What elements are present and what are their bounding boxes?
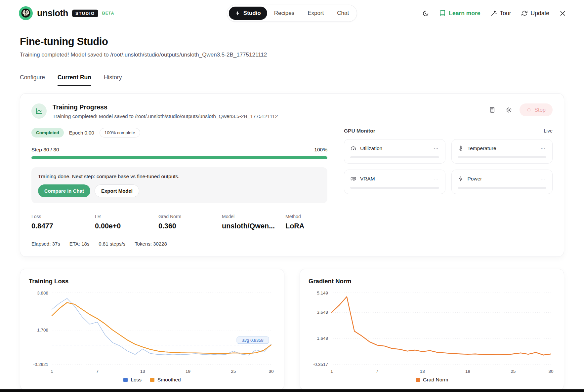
gpu-card-utilization: Utilization -- [344,139,445,164]
training-loss-legend: Loss Smoothed [29,377,275,385]
percent-label: 100% [314,147,327,153]
settings-button[interactable] [503,104,514,116]
training-loss-chart: 3.8881.708-0.29211713192530avg 0.8358 [29,288,275,376]
legend-smoothed: Smoothed [150,377,181,383]
step-label: Step 30 / 30 [31,147,59,153]
gradient-norm-legend: Grad Norm [309,377,555,385]
gpu-temperature-bar [458,156,547,158]
tab-bar: Configure Current Run History [20,74,564,86]
main-content: Fine-tuning Studio Training completed! M… [0,36,584,390]
nav-chat[interactable]: Chat [331,7,355,20]
logo: unsloth STUDIO BETA [19,6,114,20]
svg-text:-0.3517: -0.3517 [313,362,328,367]
svg-text:1: 1 [51,369,53,374]
learn-more-button[interactable]: Learn more [439,10,480,17]
stat-label: Loss [31,214,95,219]
gradient-norm-chart: 5.1493.6481.648-0.35171713192530 [309,288,555,376]
book-icon [439,10,446,17]
stop-button[interactable]: Stop [520,103,553,116]
update-button[interactable]: Update [521,10,549,17]
training-progress-left: Completed Epoch 0.00 100% complete Step … [31,128,327,247]
memory-icon [350,176,356,182]
training-progress-card: Training Progress Training completed! Mo… [20,93,564,257]
stat-loss: Loss 0.8477 [31,214,95,230]
svg-text:5.149: 5.149 [317,291,328,295]
gpu-card-vram: VRAM -- [344,170,445,194]
stat-label: Grad Norm [158,214,222,219]
gpu-utilization-label: Utilization [360,145,382,151]
gpu-grid: Utilization -- [344,139,553,194]
loss-swatch [123,378,128,382]
gear-icon [505,106,512,113]
svg-text:3.648: 3.648 [317,310,328,315]
nav-recipes[interactable]: Recipes [268,7,301,20]
gpu-monitor: GPU Monitor Live Utilization [344,128,553,247]
line-chart-icon [35,107,43,115]
page-subtitle: Training completed! Model saved to /root… [20,52,564,58]
training-loss-title: Training Loss [29,278,275,285]
legend-grad-norm: Grad Norm [416,377,448,383]
svg-text:19: 19 [465,369,470,374]
gpu-card-power: Power -- [451,170,553,194]
svg-text:25: 25 [231,369,236,374]
svg-text:avg 0.8358: avg 0.8358 [242,338,263,343]
svg-text:19: 19 [186,369,190,374]
stat-value: unsloth/Qwen... [222,222,285,230]
gpu-temperature-label: Temperature [468,145,496,151]
svg-text:30: 30 [548,369,553,374]
thermometer-icon [458,145,464,151]
bottom-bar [0,389,584,392]
stats-row: Loss 0.8477 LR 0.00e+0 Grad Norm 0.360 [31,214,327,230]
charts-row: Training Loss 3.8881.708-0.2921171319253… [20,269,564,390]
nav-export[interactable]: Export [301,7,330,20]
progress-bar [31,156,327,159]
stat-grad-norm: Grad Norm 0.360 [158,214,222,230]
legend-loss: Loss [123,377,142,383]
gpu-vram-label: VRAM [360,176,375,182]
nav-studio-label: Studio [243,10,261,17]
gpu-monitor-header: GPU Monitor Live [344,128,553,134]
svg-text:3.888: 3.888 [37,291,48,295]
refresh-icon [521,10,528,17]
gradient-norm-chart-card: Gradient Norm 5.1493.6481.648-0.35171713… [300,269,564,390]
logs-button[interactable] [486,104,498,116]
legend-grad-norm-label: Grad Norm [423,377,448,383]
gpu-power-label: Power [468,176,482,182]
logo-text: unsloth [37,8,68,19]
gauge-icon [350,145,356,151]
learn-more-label: Learn more [449,10,480,17]
bolt-icon [235,11,240,16]
training-progress-header: Training Progress Training completed! Mo… [31,103,553,119]
stat-value: 0.360 [158,222,222,230]
epoch-text: Epoch 0.00 [69,130,94,136]
main-nav: Studio Recipes Export Chat [227,5,357,22]
export-model-button[interactable]: Export Model [95,184,139,197]
svg-text:30: 30 [269,369,273,374]
compare-in-chat-button[interactable]: Compare in Chat [38,184,90,197]
training-progress-title: Training Progress [53,103,278,111]
timing-footer: Elapsed: 37s ETA: 18s 0.81 steps/s Token… [31,241,327,247]
close-button[interactable] [559,10,566,17]
tab-current-run[interactable]: Current Run [58,74,91,86]
stat-method: Method LoRA [285,214,304,230]
tour-label: Tour [500,10,511,17]
stat-label: Method [285,214,304,219]
svg-text:13: 13 [420,369,425,374]
tour-button[interactable]: Tour [490,10,511,17]
app-window: unsloth STUDIO BETA Studio Recipes Expor… [0,0,584,390]
legend-smoothed-label: Smoothed [157,377,181,383]
tokens-text: Tokens: 30228 [135,241,167,247]
gpu-monitor-title: GPU Monitor [344,128,375,134]
steps-per-sec-text: 0.81 steps/s [99,241,125,247]
tab-history[interactable]: History [104,74,122,86]
nav-studio[interactable]: Studio [229,7,267,20]
power-bolt-icon [458,176,464,182]
tab-configure[interactable]: Configure [20,74,45,86]
dark-mode-toggle[interactable] [422,10,429,17]
gpu-vram-value: -- [434,176,439,181]
stop-icon [526,107,531,112]
grad-norm-swatch [416,378,420,382]
svg-text:-0.2921: -0.2921 [33,362,48,367]
notice-text: Training done. Next step: compare base v… [38,174,321,179]
notice-buttons: Compare in Chat Export Model [38,184,321,197]
